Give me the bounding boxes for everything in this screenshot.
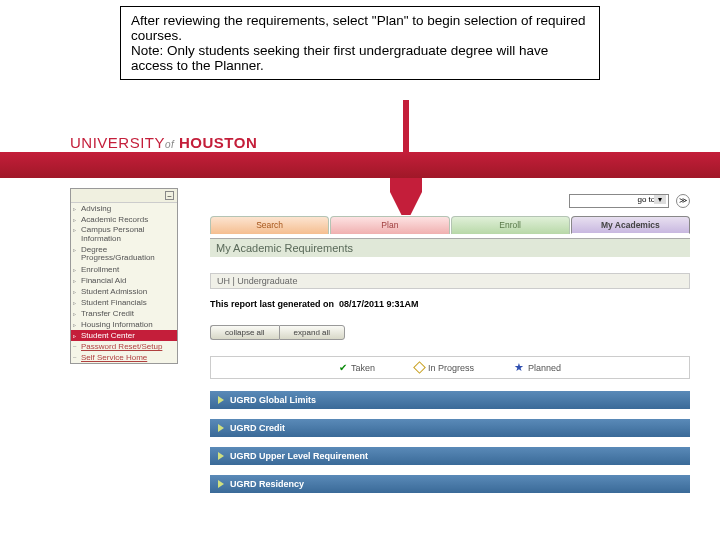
goto-button[interactable]: ≫ — [676, 194, 690, 208]
sidebar-item-campus-personal[interactable]: Campus Personal Information — [71, 225, 177, 245]
expand-icon — [218, 424, 224, 432]
context-bar: UH | Undergraduate — [210, 273, 690, 289]
goto-row: go to … ≫ — [210, 194, 690, 208]
sidebar-item-financial-aid[interactable]: Financial Aid — [71, 275, 177, 286]
sidebar-item-student-financials[interactable]: Student Financials — [71, 297, 177, 308]
expand-all-button[interactable]: expand all — [279, 325, 345, 340]
expand-icon — [218, 396, 224, 404]
tab-bar: Search Plan Enroll My Academics — [210, 216, 690, 234]
legend-planned: ★ Planned — [514, 361, 561, 374]
requirement-residency[interactable]: UGRD Residency — [210, 475, 690, 493]
sidebar-item-academic-records[interactable]: Academic Records — [71, 214, 177, 225]
tab-enroll[interactable]: Enroll — [451, 216, 570, 234]
instruction-line-1: After reviewing the requirements, select… — [131, 13, 586, 43]
sidebar-header: – — [71, 189, 177, 203]
legend: ✔ Taken In Progress ★ Planned — [210, 356, 690, 379]
sidebar-item-degree-progress[interactable]: Degree Progress/Graduation — [71, 245, 177, 265]
legend-taken: ✔ Taken — [339, 361, 375, 374]
sidebar-nav: – Advising Academic Records Campus Perso… — [70, 188, 178, 364]
sidebar-item-password-reset[interactable]: Password Reset/Setup — [71, 341, 177, 352]
tab-my-academics[interactable]: My Academics — [571, 216, 690, 234]
instruction-callout: After reviewing the requirements, select… — [120, 6, 600, 80]
collapse-all-button[interactable]: collapse all — [210, 325, 279, 340]
in-progress-icon — [413, 361, 426, 374]
tab-plan[interactable]: Plan — [330, 216, 449, 234]
university-logo: UNIVERSITYof HOUSTON — [70, 134, 257, 151]
header-bar — [0, 152, 720, 178]
taken-icon: ✔ — [339, 362, 347, 373]
main-content: go to … ≫ Search Plan Enroll My Academic… — [210, 194, 690, 503]
sidebar-item-housing[interactable]: Housing Information — [71, 319, 177, 330]
report-timestamp: This report last generated on 08/17/2011… — [210, 299, 690, 309]
legend-in-progress: In Progress — [415, 361, 474, 374]
sidebar-item-student-admission[interactable]: Student Admission — [71, 286, 177, 297]
planned-icon: ★ — [514, 361, 524, 374]
goto-select[interactable]: go to … — [569, 194, 669, 208]
tab-search[interactable]: Search — [210, 216, 329, 234]
sidebar-item-advising[interactable]: Advising — [71, 203, 177, 214]
minimize-icon[interactable]: – — [165, 191, 174, 200]
requirement-global-limits[interactable]: UGRD Global Limits — [210, 391, 690, 409]
sidebar-item-enrollment[interactable]: Enrollment — [71, 264, 177, 275]
requirement-upper-level[interactable]: UGRD Upper Level Requirement — [210, 447, 690, 465]
action-row: collapse all expand all — [210, 325, 690, 340]
sidebar-item-student-center[interactable]: Student Center — [71, 330, 177, 341]
requirement-credit[interactable]: UGRD Credit — [210, 419, 690, 437]
sidebar-item-self-service-home[interactable]: Self Service Home — [71, 352, 177, 363]
expand-icon — [218, 452, 224, 460]
page-title: My Academic Requirements — [210, 238, 690, 257]
expand-icon — [218, 480, 224, 488]
instruction-line-2: Note: Only students seeking their first … — [131, 43, 548, 73]
sidebar-item-transfer-credit[interactable]: Transfer Credit — [71, 308, 177, 319]
